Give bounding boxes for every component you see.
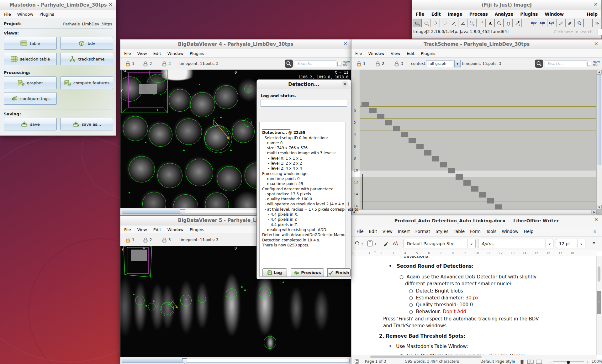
menu-item[interactable]: Edit	[153, 51, 161, 56]
menu-item[interactable]: File	[356, 229, 364, 234]
spot-circle[interactable]	[169, 89, 191, 112]
menu-item[interactable]: Window	[17, 12, 33, 17]
menu-item[interactable]: File	[124, 51, 131, 56]
spot-circle[interactable]	[135, 296, 145, 305]
oval-tool-icon[interactable]	[422, 19, 431, 27]
log-scrollbar[interactable]	[345, 122, 348, 276]
slider-thumb[interactable]	[182, 358, 187, 364]
menu-item[interactable]: View	[137, 51, 147, 56]
spot-circle[interactable]	[217, 166, 242, 191]
grapher-button[interactable]: grapher	[4, 76, 57, 89]
text-tool-icon[interactable]: A	[485, 19, 494, 27]
trackscheme-spot[interactable]	[456, 174, 463, 180]
spot-dot[interactable]	[133, 294, 135, 295]
ruler[interactable]: L 123456789101112131415161718 ▽	[351, 250, 597, 256]
bdv5-time-slider[interactable]	[120, 357, 351, 364]
vertical-scrollbar[interactable]: ◂	[596, 256, 602, 355]
menu-item-help[interactable]: Help	[587, 12, 598, 17]
spare-tool-icon[interactable]	[584, 19, 593, 27]
finish-button[interactable]: Finish	[327, 268, 350, 277]
lock-button[interactable]: 3	[162, 234, 171, 246]
spot-dot[interactable]	[186, 305, 188, 307]
trackscheme-spot[interactable]	[409, 138, 416, 143]
fill-tool-icon[interactable]	[574, 19, 584, 27]
document-page[interactable]: detections. • Second Round of Detections…	[351, 256, 597, 355]
compute-features-button[interactable]: compute features	[60, 76, 113, 89]
clear-formatting-icon[interactable]: A	[392, 240, 399, 246]
zoom-out-button[interactable]: −	[549, 359, 552, 364]
trackscheme-spot[interactable]	[440, 162, 447, 167]
menu-item[interactable]: Process	[469, 12, 488, 17]
menu-item[interactable]: Format	[415, 229, 430, 234]
dev-menu-icon[interactable]: Dev	[529, 19, 538, 27]
imagej-search-input[interactable]: Click here to search	[554, 29, 593, 34]
close-icon[interactable]: ×	[343, 41, 347, 46]
trackscheme-spot[interactable]	[495, 204, 502, 210]
search-input[interactable]: Search...	[545, 60, 587, 67]
lut-menu-icon[interactable]: LUT	[547, 19, 556, 27]
search-button[interactable]	[285, 58, 293, 70]
menu-item[interactable]: View	[391, 51, 400, 56]
lock-button[interactable]: 1	[125, 58, 135, 70]
detection-titlebar[interactable]: Detection... ×	[257, 80, 351, 89]
spot-dot[interactable]	[244, 289, 246, 291]
menu-item[interactable]: Edit	[153, 227, 161, 232]
spot-circle[interactable]	[214, 85, 238, 109]
trackscheme-button[interactable]: trackscheme	[60, 53, 113, 65]
point-tool-icon[interactable]	[467, 19, 476, 27]
horizontal-scrollbar[interactable]: ◀ ▶	[351, 209, 597, 215]
spot-dot[interactable]	[199, 84, 200, 85]
spot-circle[interactable]	[149, 123, 172, 147]
trackscheme-spot[interactable]	[463, 180, 471, 186]
checkbox[interactable]	[587, 62, 591, 66]
menu-item[interactable]: Plugins	[40, 12, 54, 17]
trackscheme-spot[interactable]	[448, 168, 455, 173]
save-as-button[interactable]: save as...	[60, 118, 113, 130]
menu-item[interactable]: Window	[502, 229, 518, 234]
menu-item[interactable]: Window	[167, 227, 183, 232]
menu-item[interactable]: View	[383, 229, 393, 234]
spot-dot[interactable]	[153, 300, 155, 302]
menu-item[interactable]: Form	[470, 229, 481, 234]
lock-button[interactable]: 2	[375, 58, 384, 70]
menu-item[interactable]: Window	[368, 51, 384, 56]
trackscheme-spot[interactable]	[369, 108, 377, 113]
checkbox[interactable]	[337, 62, 341, 66]
spot-dot[interactable]	[145, 142, 146, 143]
trackscheme-spot[interactable]	[432, 156, 439, 161]
writer-titlebar[interactable]: Protocol_Auto-Detection_Auto-Linking.doc…	[351, 215, 602, 226]
spot-circle[interactable]	[244, 85, 252, 93]
spot-circle[interactable]	[198, 295, 206, 303]
page-count[interactable]: Page 1 of 3	[365, 359, 386, 364]
menu-item[interactable]: Plugins	[190, 227, 204, 232]
lock-button[interactable]: 2	[143, 58, 152, 70]
spot-circle[interactable]	[120, 76, 142, 102]
mastodon-titlebar[interactable]: Mastodon - Parhyale_LimbDev_30tps ×	[0, 0, 116, 10]
menu-item[interactable]: Styles	[436, 229, 448, 234]
menu-item[interactable]: File	[4, 12, 11, 17]
spot-dot[interactable]	[168, 303, 170, 305]
close-icon[interactable]: ×	[594, 41, 598, 46]
paste-icon[interactable]	[367, 240, 373, 247]
menu-item[interactable]: Window	[167, 51, 183, 56]
lock-button[interactable]: 1	[356, 58, 366, 70]
multi-page-view-icon[interactable]	[527, 360, 535, 364]
spot-dot[interactable]	[185, 299, 187, 300]
font-size-select[interactable]: 12 pt∨	[556, 239, 585, 248]
spot-circle[interactable]	[129, 156, 155, 182]
spot-dot[interactable]	[283, 282, 284, 283]
slider-thumb[interactable]	[180, 209, 185, 215]
bdv4-titlebar[interactable]: BigDataViewer 4 - Parhyale_LimbDev_30tps…	[120, 40, 351, 49]
undo-dropdown-icon[interactable]: ▾	[362, 242, 363, 245]
menu-item[interactable]: Edit	[369, 229, 377, 234]
log-text-area[interactable]: _______________Detection... @ 22:55 Sele…	[259, 122, 348, 277]
pencil-tool-icon[interactable]	[556, 19, 565, 27]
dropper-tool-icon[interactable]	[513, 19, 522, 27]
angle-tool-icon[interactable]	[458, 19, 467, 27]
menu-item[interactable]: Tools	[486, 229, 496, 234]
close-document-icon[interactable]: ×	[593, 229, 597, 234]
trackscheme-spot[interactable]	[424, 150, 431, 156]
zoom-tool-icon[interactable]	[494, 19, 504, 27]
spot-circle[interactable]	[157, 163, 182, 188]
trackscheme-spot[interactable]	[362, 102, 369, 107]
